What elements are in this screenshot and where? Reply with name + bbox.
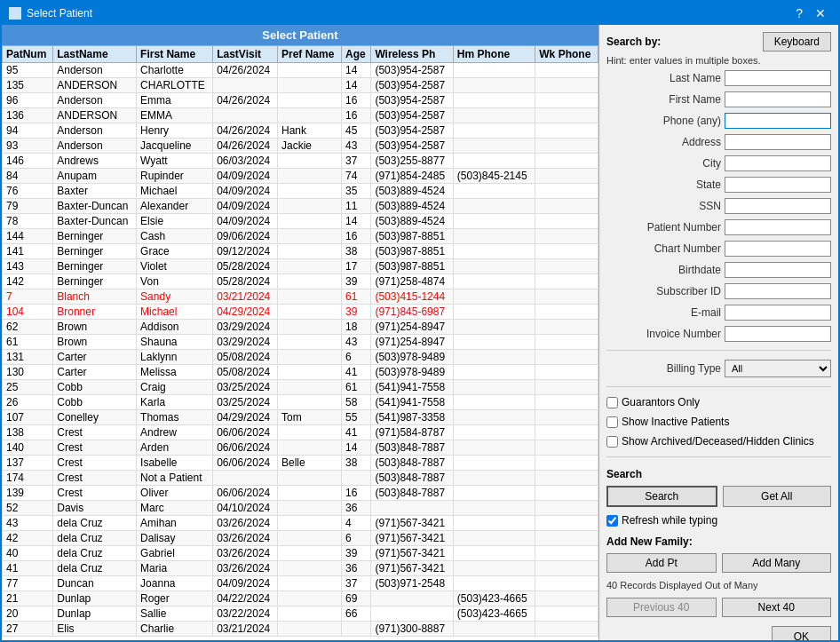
city-input[interactable] <box>725 155 831 171</box>
table-row[interactable]: 174CrestNot a Patient(503)848-7887 <box>3 471 598 486</box>
table-cell: Berninger <box>53 229 137 244</box>
chart-number-input[interactable] <box>725 241 831 257</box>
col-lastvisit[interactable]: LastVisit <box>213 46 278 63</box>
table-row[interactable]: 41dela CruzMaria03/26/202436(971)567-342… <box>3 561 598 576</box>
guarantors-only-checkbox[interactable] <box>606 397 618 408</box>
table-cell: Violet <box>137 259 213 274</box>
table-cell: 06/06/2024 <box>213 425 278 440</box>
table-row[interactable]: 142BerningerVon05/28/202439(971)258-4874 <box>3 274 598 289</box>
table-cell <box>453 531 535 546</box>
table-cell: (503)954-2587 <box>371 78 453 93</box>
table-row[interactable]: 139CrestOliver06/06/202416(503)848-7887 <box>3 486 598 501</box>
first-name-input[interactable] <box>725 91 831 107</box>
table-row[interactable]: 95AndersonCharlotte04/26/202414(503)954-… <box>3 63 598 78</box>
col-wireless[interactable]: Wireless Ph <box>371 46 453 63</box>
add-many-button[interactable]: Add Many <box>722 553 832 573</box>
email-input[interactable] <box>725 305 831 321</box>
table-row[interactable]: 107ConelleyThomas04/29/2024Tom55(541)987… <box>3 410 598 425</box>
table-row[interactable]: 7BlanchSandy03/21/202461(503)415-1244 <box>3 289 598 305</box>
table-row[interactable]: 93AndersonJacqueline04/26/2024Jackie43(5… <box>3 139 598 154</box>
table-row[interactable]: 52DavisMarc04/10/202436 <box>3 501 598 516</box>
table-cell: 27 <box>3 622 53 637</box>
table-row[interactable]: 144BerningerCash09/06/202416(503)987-885… <box>3 229 598 244</box>
table-row[interactable]: 140CrestArden06/06/202414(503)848-7887 <box>3 440 598 456</box>
birthdate-input[interactable] <box>725 262 831 278</box>
table-row[interactable]: 25CobbCraig03/25/202461(541)941-7558 <box>3 380 598 395</box>
table-row[interactable]: 84AnupamRupinder04/09/202474(971)854-248… <box>3 169 598 184</box>
table-row[interactable]: 43dela CruzAmihan03/26/20244(971)567-342… <box>3 516 598 531</box>
patient-number-input[interactable] <box>725 219 831 235</box>
table-cell <box>277 199 341 214</box>
col-wkphone[interactable]: Wk Phone <box>535 46 598 63</box>
help-button[interactable]: ? <box>790 7 808 20</box>
col-lastname[interactable]: LastName <box>53 46 137 63</box>
get-all-button[interactable]: Get All <box>723 486 832 507</box>
refresh-checkbox[interactable] <box>606 515 618 527</box>
table-cell <box>213 108 278 123</box>
add-pt-button[interactable]: Add Pt <box>606 553 717 573</box>
table-row[interactable]: 20DunlapSallie03/22/202466(503)423-4665 <box>3 606 598 622</box>
table-row[interactable]: 26CobbKarla03/25/202458(541)941-7558 <box>3 395 598 410</box>
table-row[interactable]: 79Baxter-DuncanAlexander04/09/202411(503… <box>3 199 598 214</box>
table-row[interactable]: 130CarterMelissa05/08/202441(503)978-948… <box>3 365 598 380</box>
last-name-label: Last Name <box>632 72 721 84</box>
state-input[interactable] <box>725 177 831 193</box>
table-cell: 61 <box>342 380 371 395</box>
table-cell <box>535 305 598 320</box>
table-row[interactable]: 78Baxter-DuncanElsie04/09/202414(503)889… <box>3 214 598 229</box>
close-button[interactable]: ✕ <box>810 7 831 20</box>
table-cell: 137 <box>3 456 53 471</box>
invoice-number-label: Invoice Number <box>632 328 721 340</box>
main-window: Select Patient ? ✕ Select Patient PatNum… <box>0 0 840 642</box>
table-cell: 84 <box>3 169 53 184</box>
table-row[interactable]: 131CarterLaklynn05/08/20246(503)978-9489 <box>3 350 598 365</box>
table-row[interactable]: 138CrestAndrew06/06/202441(971)584-8787 <box>3 425 598 440</box>
next-button[interactable]: Next 40 <box>722 598 832 617</box>
invoice-number-input[interactable] <box>725 326 831 342</box>
table-row[interactable]: 61BrownShauna03/29/202443(971)254-8947 <box>3 335 598 350</box>
col-age[interactable]: Age <box>342 46 371 63</box>
table-row[interactable]: 27ElisCharlie03/21/2024(971)300-8887 <box>3 622 598 637</box>
phone-input[interactable] <box>725 113 831 129</box>
table-cell: 05/28/2024 <box>213 259 278 274</box>
ok-button[interactable]: OK <box>772 626 831 640</box>
table-row[interactable]: 94AndersonHenry04/26/2024Hank45(503)954-… <box>3 123 598 139</box>
col-patnum[interactable]: PatNum <box>3 46 53 63</box>
previous-button[interactable]: Previous 40 <box>606 598 717 617</box>
keyboard-button[interactable]: Keyboard <box>763 32 831 52</box>
billing-type-select[interactable]: All <box>725 360 831 377</box>
table-row[interactable]: 76BaxterMichael04/09/202435(503)889-4524 <box>3 184 598 199</box>
table-row[interactable]: 42dela CruzDalisay03/26/20246(971)567-34… <box>3 531 598 546</box>
ssn-input[interactable] <box>725 198 831 214</box>
subscriber-id-input[interactable] <box>725 283 831 299</box>
table-row[interactable]: 62BrownAddison03/29/202418(971)254-8947 <box>3 320 598 335</box>
show-archived-checkbox[interactable] <box>606 436 618 448</box>
search-button[interactable]: Search <box>606 486 717 507</box>
table-cell: Hank <box>277 123 341 139</box>
table-container[interactable]: PatNum LastName First Name LastVisit Pre… <box>2 45 598 640</box>
table-row[interactable]: 96AndersonEmma04/26/202416(503)954-2587 <box>3 93 598 108</box>
table-row[interactable]: 104BronnerMichael04/29/202439(971)845-69… <box>3 305 598 320</box>
table-row[interactable]: 136ANDERSONEMMA16(503)954-2587 <box>3 108 598 123</box>
subscriber-id-row: Subscriber ID <box>606 283 831 299</box>
col-firstname[interactable]: First Name <box>137 46 213 63</box>
show-inactive-checkbox[interactable] <box>606 416 618 428</box>
table-cell: (503)954-2587 <box>371 139 453 154</box>
table-cell: 04/29/2024 <box>213 305 278 320</box>
table-row[interactable]: 77DuncanJoanna04/09/202437(503)971-2548 <box>3 576 598 591</box>
last-name-input[interactable] <box>725 70 831 86</box>
table-cell <box>277 154 341 169</box>
col-prefname[interactable]: Pref Name <box>277 46 341 63</box>
table-row[interactable]: 21DunlapRoger04/22/202469(503)423-4665 <box>3 591 598 606</box>
table-cell <box>453 305 535 320</box>
table-row[interactable]: 137CrestIsabelle06/06/2024Belle38(503)84… <box>3 456 598 471</box>
table-row[interactable]: 141BerningerGrace09/12/202438(503)987-88… <box>3 244 598 259</box>
table-row[interactable]: 146AndrewsWyatt06/03/202437(503)255-8877 <box>3 154 598 169</box>
col-hmphone[interactable]: Hm Phone <box>453 46 535 63</box>
table-row[interactable]: 135ANDERSONCHARLOTTE14(503)954-2587 <box>3 78 598 93</box>
birthdate-label: Birthdate <box>632 264 721 276</box>
table-cell <box>453 516 535 531</box>
table-row[interactable]: 143BerningerViolet05/28/202417(503)987-8… <box>3 259 598 274</box>
table-row[interactable]: 40dela CruzGabriel03/26/202439(971)567-3… <box>3 546 598 561</box>
address-input[interactable] <box>725 134 831 150</box>
